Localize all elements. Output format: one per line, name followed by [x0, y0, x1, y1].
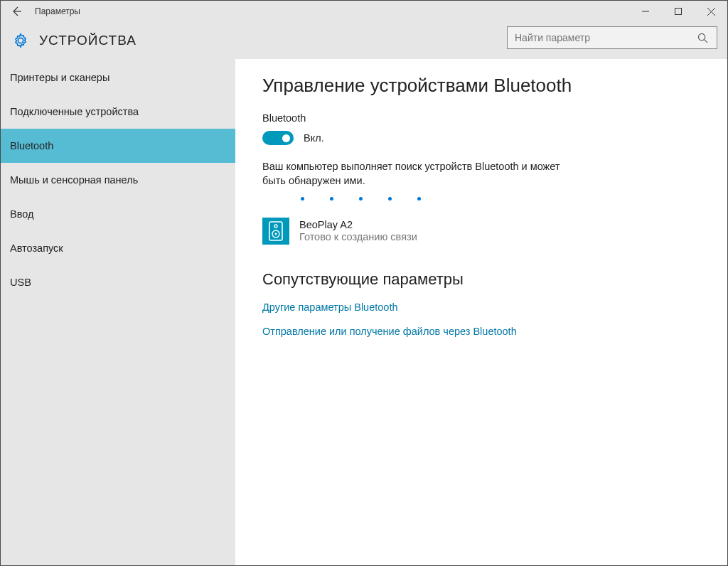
- sidebar-item-typing[interactable]: Ввод: [1, 197, 235, 231]
- device-item[interactable]: BeoPlay A2 Готово к созданию связи: [262, 218, 700, 245]
- sidebar-item-label: Мышь и сенсорная панель: [10, 174, 138, 186]
- svg-rect-0: [675, 9, 682, 15]
- gear-icon: [13, 33, 28, 48]
- svg-point-5: [275, 233, 277, 235]
- progress-dot: [388, 197, 392, 201]
- close-button[interactable]: [695, 1, 727, 22]
- titlebar: Параметры: [1, 1, 727, 22]
- maximize-icon: [675, 8, 682, 15]
- searching-indicator: [262, 197, 700, 201]
- svg-point-3: [274, 225, 277, 228]
- link-send-receive-files[interactable]: Отправление или получение файлов через B…: [262, 326, 700, 337]
- settings-gear-icon: [11, 31, 31, 50]
- search-input[interactable]: [515, 32, 695, 43]
- window-controls: [629, 1, 727, 22]
- sidebar-item-mouse[interactable]: Мышь и сенсорная панель: [1, 163, 235, 197]
- arrow-left-icon: [11, 6, 22, 17]
- page-title: Управление устройствами Bluetooth: [262, 75, 700, 97]
- sidebar-item-label: Подключенные устройства: [10, 106, 139, 117]
- progress-dot: [330, 197, 333, 201]
- device-name: BeoPlay A2: [299, 219, 417, 230]
- device-status: Готово к созданию связи: [299, 231, 417, 242]
- progress-dot: [359, 197, 363, 201]
- sidebar-item-label: Принтеры и сканеры: [10, 72, 109, 83]
- header: УСТРОЙСТВА: [1, 22, 727, 59]
- body: Принтеры и сканеры Подключенные устройст…: [1, 59, 727, 565]
- link-more-bluetooth-options[interactable]: Другие параметры Bluetooth: [262, 301, 700, 313]
- sidebar-item-printers[interactable]: Принтеры и сканеры: [1, 60, 235, 95]
- sidebar-item-connected-devices[interactable]: Подключенные устройства: [1, 95, 235, 129]
- device-info: BeoPlay A2 Готово к созданию связи: [299, 219, 417, 242]
- speaker-icon: [262, 218, 289, 245]
- progress-dot: [417, 197, 421, 201]
- content-area: Управление устройствами Bluetooth Blueto…: [235, 59, 727, 565]
- section-title: УСТРОЙСТВА: [39, 33, 136, 48]
- minimize-icon: [642, 8, 649, 15]
- close-icon: [707, 8, 715, 16]
- search-box[interactable]: [507, 26, 717, 49]
- sidebar-item-autoplay[interactable]: Автозапуск: [1, 231, 235, 265]
- sidebar-item-bluetooth[interactable]: Bluetooth: [1, 129, 235, 163]
- search-icon: [695, 33, 710, 43]
- bluetooth-toggle-row: Вкл.: [262, 131, 700, 145]
- toggle-knob: [282, 134, 290, 142]
- sidebar-item-label: Автозапуск: [10, 242, 63, 254]
- related-settings-title: Сопутствующие параметры: [262, 270, 700, 289]
- sidebar-item-label: Ввод: [10, 208, 33, 220]
- toggle-state-label: Вкл.: [304, 132, 324, 144]
- bluetooth-label: Bluetooth: [262, 112, 700, 124]
- minimize-button[interactable]: [629, 1, 662, 22]
- bluetooth-toggle[interactable]: [262, 131, 294, 145]
- sidebar-item-label: Bluetooth: [10, 140, 53, 151]
- window-title: Параметры: [35, 6, 80, 16]
- progress-dot: [301, 197, 304, 201]
- svg-point-1: [698, 33, 705, 40]
- sidebar-item-usb[interactable]: USB: [1, 265, 235, 299]
- maximize-button[interactable]: [662, 1, 695, 22]
- back-button[interactable]: [1, 1, 32, 22]
- settings-window: Параметры УСТРОЙСТВА: [0, 0, 728, 566]
- sidebar: Принтеры и сканеры Подключенные устройст…: [1, 59, 235, 565]
- sidebar-item-label: USB: [10, 277, 31, 288]
- discovery-status-text: Ваш компьютер выполняет поиск устройств …: [262, 159, 575, 188]
